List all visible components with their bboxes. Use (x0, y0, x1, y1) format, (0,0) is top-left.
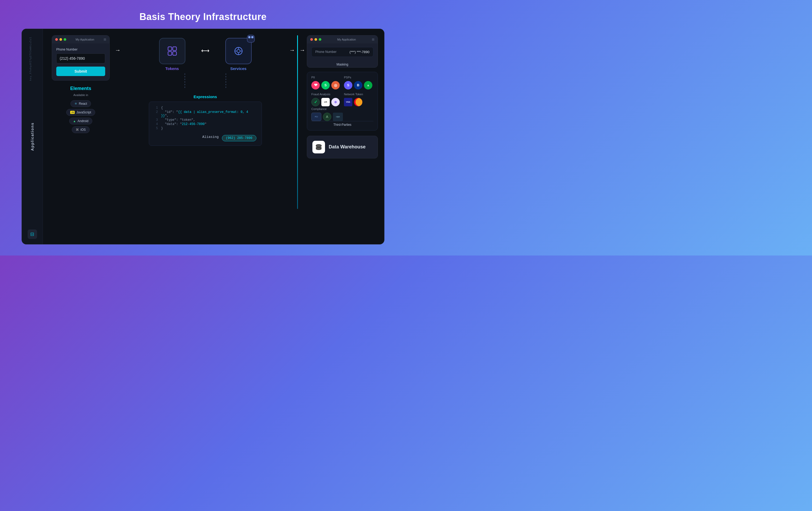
svg-rect-2 (168, 52, 172, 55)
tp-compliance-title: Compliance (311, 107, 373, 110)
cfpb-icon: cfpb (333, 113, 343, 121)
data-warehouse-label: Data Warehouse (329, 144, 366, 150)
tp-pii-block: PII ❤ S ◎ (311, 76, 341, 89)
pii-icon-1: ❤ (311, 81, 320, 89)
code-line-3: 3 "type": "token", (154, 118, 256, 122)
main-container: key_XfeAqdVZfgQTV3mWhLu5z1 Applications … (22, 29, 384, 244)
svg-point-13 (316, 147, 321, 150)
right-column: My Application ⊞ Phone Number (***) ***-… (307, 35, 378, 158)
masking-titlebar-icon: ⊞ (372, 37, 374, 41)
expressions-section: Expressions 1 { 2 "id": "{{ data | alias… (149, 95, 262, 146)
masking-tl-green (319, 38, 321, 41)
tp-psps-block: PSPs S B a (344, 76, 373, 89)
visa-icon: VISA (344, 98, 352, 106)
dashed-line-tokens (184, 74, 185, 89)
tp-pii-icons: ❤ S ◎ (311, 81, 341, 89)
code-line-4: 4 "data": "212-456-7890" (154, 123, 256, 126)
tp-compliance-icons: PCI A cfpb (311, 113, 373, 121)
app-window-left-title: My Application (76, 38, 94, 41)
dashed-line-services (226, 74, 226, 89)
masking-phone-value: (***) ***-7890 (349, 50, 370, 54)
tag-android: ▲ Android (69, 117, 92, 125)
aliasing-row: Aliasing (962) 285-7890 (154, 133, 256, 141)
arrow-after-line: → (299, 35, 305, 54)
phone-label-left: Phone Number (56, 48, 105, 51)
tp-pii-title: PII (311, 76, 341, 79)
tag-javascript: JS JavaScript (66, 109, 95, 116)
mastercard-icon (354, 98, 362, 106)
code-line-5: 5 } (154, 127, 256, 130)
sidebar-applications-label: Applications (30, 122, 34, 151)
apple-icon: ⌘ (76, 128, 79, 132)
fraud-icon-3: ⊕ (331, 98, 340, 106)
tp-network-icons: VISA (344, 98, 373, 106)
masking-titlebar: My Application ⊞ (307, 35, 378, 44)
react-icon: ⚛ (75, 102, 77, 106)
middle-column: Tokens ⟷ (123, 35, 287, 146)
sidebar: key_XfeAqdVZfgQTV3mWhLu5z1 Applications … (22, 29, 43, 244)
sidebar-bottom-icon[interactable]: ⊟ (28, 230, 37, 239)
content-area: My Application ⊞ Phone Number Submit Ele… (43, 29, 384, 244)
traffic-light-red (55, 38, 58, 41)
dw-row: Data Warehouse (307, 136, 378, 158)
fraud-icon-sift: sift (321, 98, 330, 106)
teal-vertical-line (297, 35, 298, 209)
tokens-node (159, 38, 185, 64)
elements-subtitle: Available in (66, 93, 95, 97)
services-badge (247, 35, 255, 43)
svg-point-7 (237, 50, 240, 53)
data-warehouse-icon (312, 141, 325, 154)
masking-section-label: Masking (307, 63, 378, 68)
code-line-1: 1 { (154, 106, 256, 110)
pii-icon-3: ◎ (331, 81, 340, 89)
elements-section: Elements Available in ⚛ React JS JavaScr… (66, 86, 95, 133)
masking-tl-yellow (315, 38, 317, 41)
pii-icon-2: S (321, 81, 330, 89)
pci-icon: PCI (311, 113, 321, 121)
submit-button[interactable]: Submit (56, 66, 105, 76)
fraud-icon-1: ✓ (311, 98, 320, 106)
tp-psps-icons: S B a (344, 81, 373, 89)
diagram: My Application ⊞ Phone Number Submit Ele… (49, 35, 378, 238)
android-icon: ▲ (73, 119, 76, 123)
arrow-to-tokens: → (115, 35, 121, 54)
third-parties-title: Third-Parties (311, 121, 373, 127)
masking-window-title: My Application (337, 38, 356, 41)
svg-rect-1 (173, 47, 176, 51)
psp-icon-braintree: B (354, 81, 362, 89)
masking-body: Phone Number (***) ***-7890 (307, 44, 378, 60)
tokens-node-wrapper: Tokens (159, 38, 185, 71)
api-key-label: key_XfeAqdVZfgQTV3mWhLu5z1 (29, 37, 32, 81)
svg-rect-4 (248, 36, 250, 38)
dashed-lines-area (123, 74, 287, 89)
svg-rect-5 (251, 36, 253, 38)
masking-phone-label: Phone Number (315, 50, 337, 54)
traffic-light-yellow (59, 38, 62, 41)
psp-icon-adyen: a (364, 81, 372, 89)
alias-badge: (962) 285-7890 (222, 135, 256, 141)
tag-react: ⚛ React (70, 100, 91, 107)
traffic-light-green (64, 38, 66, 41)
phone-input[interactable] (56, 53, 105, 63)
services-node (225, 38, 252, 64)
tokens-label: Tokens (165, 66, 179, 71)
tp-network-token-block: Network Token VISA (344, 92, 373, 106)
svg-rect-3 (173, 52, 176, 55)
data-warehouse-box: Data Warehouse (307, 136, 378, 158)
code-line-2: 2 "id": "{{ data | alias_preserve_format… (154, 110, 256, 117)
titlebar-left: My Application ⊞ (52, 35, 109, 44)
third-parties-panel: PII ❤ S ◎ PSPs S B (307, 72, 378, 131)
tp-compliance-block: Compliance PCI A cfpb (311, 107, 373, 121)
top-row: Tokens ⟷ (123, 38, 287, 71)
tp-psps-title: PSPs (344, 76, 373, 79)
tp-fraud-icons: ✓ sift ⊕ (311, 98, 341, 106)
arrow-tokens-services: ⟷ (201, 38, 209, 54)
svg-rect-0 (168, 47, 172, 51)
titlebar-icon: ⊞ (104, 37, 106, 41)
services-label: Services (230, 66, 246, 71)
arrow-to-right: → (289, 35, 295, 54)
masking-window: My Application ⊞ Phone Number (***) ***-… (307, 35, 378, 68)
compliance-aws-icon: A (323, 113, 331, 121)
masking-tl-red (310, 38, 313, 41)
tp-top-row: PII ❤ S ◎ PSPs S B (311, 76, 373, 106)
